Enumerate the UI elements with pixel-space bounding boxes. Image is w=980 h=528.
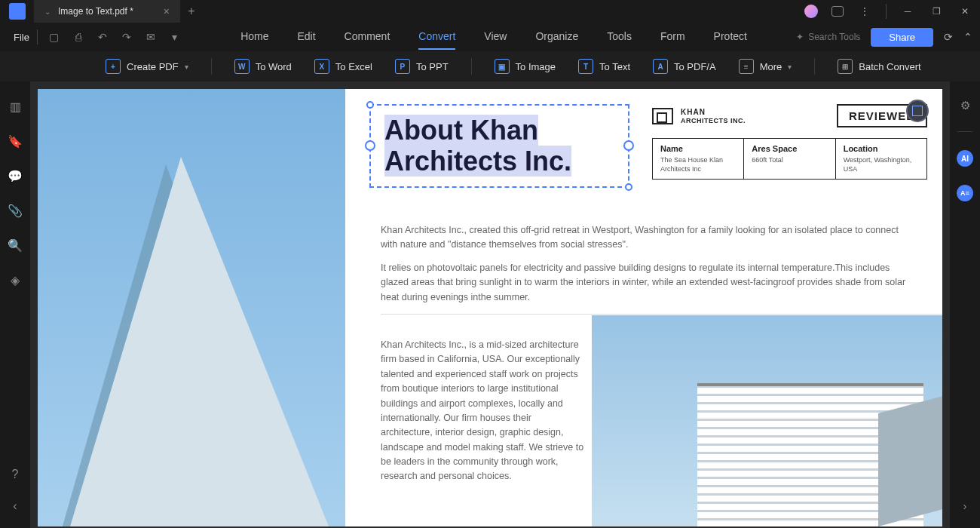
pdf-page: About KhanArchitects Inc. KHANARCHITECTS… [38, 89, 942, 526]
menu-tools[interactable]: Tools [607, 24, 632, 50]
paragraph-2: It relies on photovoltaic panels for ele… [381, 261, 908, 305]
document-title: About KhanArchitects Inc. [384, 115, 614, 177]
batch-convert-button[interactable]: ⊞Batch Convert [838, 59, 920, 74]
attachment-icon[interactable]: 📎 [8, 204, 22, 217]
settings-icon[interactable]: ⚙ [957, 98, 972, 113]
translate-badge[interactable]: A≡ [957, 185, 973, 201]
convert-toolbar: +Create PDF▾ WTo Word XTo Excel PTo PPT … [0, 51, 980, 81]
selection-handle[interactable] [625, 183, 632, 191]
secondary-image [592, 315, 942, 526]
mail-icon[interactable]: ✉ [145, 31, 157, 43]
redo-icon[interactable]: ↷ [121, 31, 133, 43]
file-menu[interactable]: File [6, 32, 37, 43]
to-word-button[interactable]: WTo Word [234, 59, 292, 74]
app-logo[interactable] [0, 0, 34, 23]
comment-icon[interactable]: 💬 [8, 169, 22, 183]
print-icon[interactable]: ⎙ [72, 31, 84, 43]
maximize-button[interactable]: ❐ [929, 6, 944, 17]
sparkle-icon: ✦ [796, 32, 804, 42]
search-icon[interactable]: 🔍 [8, 238, 22, 252]
menu-form[interactable]: Form [660, 24, 685, 50]
kebab-menu-icon[interactable]: ⋮ [857, 6, 872, 17]
title-bar: ⌄ Image to Text.pdf * × + ⋮ ─ ❐ ✕ [0, 0, 980, 23]
right-rail: ⚙ AI A≡ › [950, 81, 980, 528]
prev-page-icon[interactable]: ‹ [8, 499, 22, 513]
document-tab[interactable]: ⌄ Image to Text.pdf * × [34, 0, 180, 23]
to-excel-button[interactable]: XTo Excel [314, 59, 372, 74]
crop-icon [912, 106, 923, 116]
user-avatar[interactable] [804, 5, 818, 18]
selection-handle[interactable] [623, 140, 634, 151]
logo-icon [652, 108, 673, 124]
bookmark-icon[interactable]: 🔖 [8, 134, 22, 148]
selection-handle[interactable] [366, 101, 374, 109]
minimize-button[interactable]: ─ [900, 6, 915, 17]
next-page-icon[interactable]: › [957, 498, 972, 513]
help-icon[interactable]: ? [8, 468, 22, 481]
floating-tool-badge[interactable] [906, 100, 929, 122]
selection-handle[interactable] [365, 140, 375, 151]
selected-text-box[interactable]: About KhanArchitects Inc. [369, 104, 629, 188]
info-table: NameThe Sea House Klan Architects Inc Ar… [652, 138, 927, 180]
undo-icon[interactable]: ↶ [96, 31, 109, 43]
paragraph-1: Khan Architects Inc., created this off-g… [381, 223, 916, 253]
main-menu: Home Edit Comment Convert View Organize … [191, 24, 796, 50]
layers-icon[interactable]: ◈ [8, 273, 22, 287]
to-pdfa-button[interactable]: ATo PDF/A [653, 59, 716, 74]
document-canvas[interactable]: About KhanArchitects Inc. KHANARCHITECTS… [30, 81, 950, 528]
collapse-icon[interactable]: ⌃ [963, 31, 972, 43]
menu-edit[interactable]: Edit [297, 24, 315, 50]
hero-image [38, 89, 345, 526]
thumbnails-icon[interactable]: ▥ [8, 100, 22, 113]
menu-organize[interactable]: Organize [535, 24, 578, 50]
chat-icon[interactable] [831, 6, 844, 17]
brand-logo: KHANARCHITECTS INC. [652, 108, 746, 124]
divider-line [381, 314, 942, 315]
dropdown-icon[interactable]: ▾ [169, 31, 181, 43]
search-tools[interactable]: ✦ Search Tools [796, 32, 860, 42]
tab-chevron-icon: ⌄ [44, 8, 51, 16]
new-tab-button[interactable]: + [180, 5, 203, 18]
menu-home[interactable]: Home [240, 24, 268, 50]
menu-protect[interactable]: Protect [714, 24, 747, 50]
menu-comment[interactable]: Comment [345, 24, 390, 50]
to-ppt-button[interactable]: PTo PPT [395, 59, 449, 74]
divider [886, 4, 887, 19]
paragraph-3: Khan Architects Inc., is a mid-sized arc… [381, 338, 584, 484]
to-text-button[interactable]: TTo Text [578, 59, 630, 74]
menu-bar: File ▢ ⎙ ↶ ↷ ✉ ▾ Home Edit Comment Conve… [0, 23, 980, 51]
to-image-button[interactable]: ▣To Image [495, 59, 556, 74]
sync-icon[interactable]: ⟳ [944, 31, 953, 43]
share-button[interactable]: Share [871, 28, 933, 47]
create-pdf-button[interactable]: +Create PDF▾ [106, 59, 188, 74]
more-button[interactable]: ≡More▾ [739, 59, 792, 74]
save-icon[interactable]: ▢ [48, 31, 60, 43]
menu-convert[interactable]: Convert [418, 24, 455, 50]
close-button[interactable]: ✕ [957, 6, 972, 17]
left-rail: ▥ 🔖 💬 📎 🔍 ◈ ? ‹ [0, 81, 30, 528]
ai-badge[interactable]: AI [957, 150, 973, 167]
menu-view[interactable]: View [484, 24, 507, 50]
tab-title: Image to Text.pdf * [58, 6, 133, 17]
tab-close-icon[interactable]: × [164, 5, 170, 17]
